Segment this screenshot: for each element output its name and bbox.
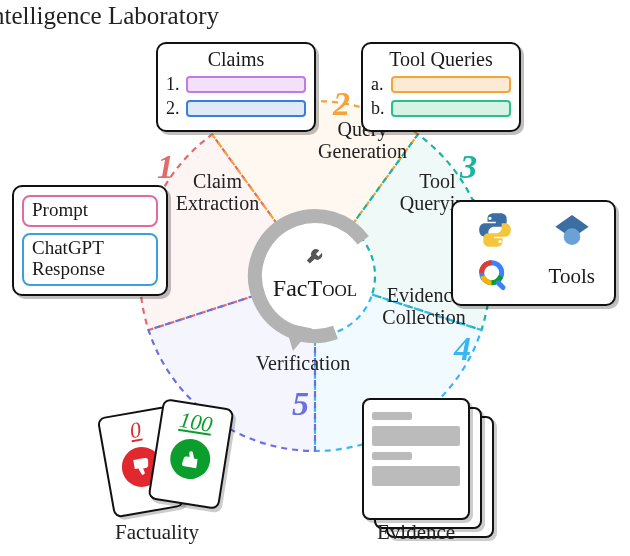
factuality-caption: Factuality xyxy=(115,520,199,545)
good-score: 100 xyxy=(160,404,231,440)
factuality-cards: 0 100 xyxy=(105,405,235,525)
step-5-number: 5 xyxy=(292,385,309,423)
cutoff-text: ntelligence Laboratory xyxy=(0,2,219,30)
python-icon xyxy=(475,210,515,250)
query-bar-icon xyxy=(391,100,511,117)
step-4-number: 4 xyxy=(454,330,471,368)
evidence-docs xyxy=(362,398,480,508)
prompt-response-box: Prompt ChatGPT Response xyxy=(12,185,168,296)
thumbs-up-icon xyxy=(167,436,213,482)
center-label: FacTool xyxy=(273,255,357,302)
query-index: a. xyxy=(371,74,385,95)
claim-item: 1. xyxy=(166,74,306,95)
google-scholar-icon xyxy=(552,210,592,250)
diagram-stage: ntelligence Laboratory FacTool 1 2 3 4 5… xyxy=(0,0,630,556)
claim-item: 2. xyxy=(166,98,306,119)
svg-point-4 xyxy=(563,228,580,245)
claim-bar-icon xyxy=(186,100,306,117)
tools-label: Tools xyxy=(549,264,595,289)
query-item: a. xyxy=(371,74,511,95)
query-item: b. xyxy=(371,98,511,119)
response-chip: ChatGPT Response xyxy=(22,233,158,286)
claims-title: Claims xyxy=(166,48,306,71)
claim-index: 1. xyxy=(166,74,180,95)
factuality-good-card: 100 xyxy=(147,398,234,510)
prompt-chip: Prompt xyxy=(22,195,158,227)
claim-index: 2. xyxy=(166,98,180,119)
evidence-caption: Evidence xyxy=(377,520,455,545)
claims-box: Claims 1. 2. xyxy=(156,42,316,132)
claim-bar-icon xyxy=(186,76,306,93)
tools-box: Tools xyxy=(451,200,616,306)
queries-title: Tool Queries xyxy=(371,48,511,71)
step-5-label: Verification xyxy=(243,352,363,374)
query-bar-icon xyxy=(391,76,511,93)
google-search-icon xyxy=(475,256,515,296)
query-index: b. xyxy=(371,98,385,119)
step-1-label: Claim Extraction xyxy=(170,170,265,214)
wrench-icon xyxy=(304,247,326,275)
queries-box: Tool Queries a. b. xyxy=(361,42,521,132)
doc-icon xyxy=(362,398,470,520)
center-name: FacTool xyxy=(273,275,357,301)
